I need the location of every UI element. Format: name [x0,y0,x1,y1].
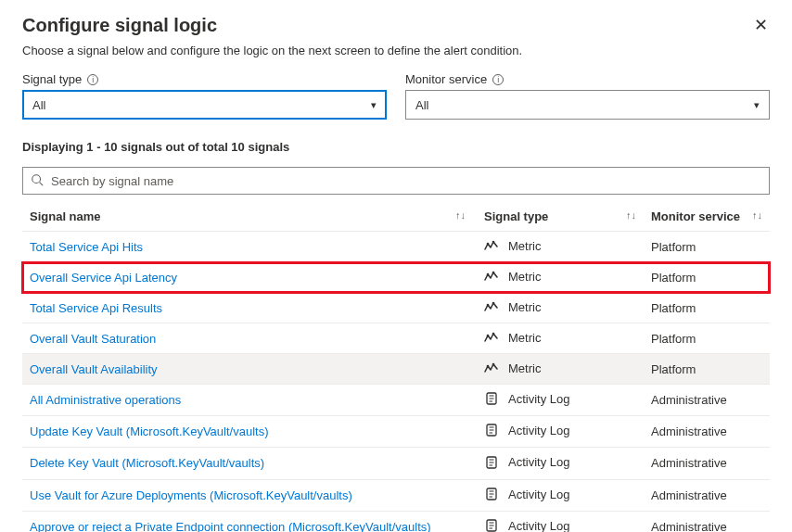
metric-icon [484,362,499,376]
activity-log-icon [484,456,499,472]
signal-link[interactable]: Overall Vault Saturation [30,332,156,346]
page-subtitle: Choose a signal below and configure the … [22,44,770,57]
monitor-service-value: Platform [644,323,770,354]
page-title: Configure signal logic [22,15,217,36]
monitor-service-value: Administrative [644,511,770,532]
svg-point-4 [487,273,490,276]
signal-type-value: Activity Log [508,519,569,532]
col-header-name[interactable]: Signal name ↑↓ [22,200,477,232]
metric-icon [484,240,499,254]
chevron-down-icon: ▾ [754,99,760,111]
table-row[interactable]: Approve or reject a Private Endpoint con… [22,511,770,532]
signal-type-value: Activity Log [508,455,569,469]
info-icon[interactable]: i [492,74,504,85]
monitor-service-value: Platform [644,262,770,293]
search-icon [31,173,44,189]
svg-point-10 [487,365,490,368]
svg-point-7 [492,302,495,305]
search-input[interactable] [49,173,761,189]
svg-point-0 [32,174,41,183]
monitor-service-value: Administrative [644,416,770,448]
signal-link[interactable]: Delete Key Vault (Microsoft.KeyVault/vau… [30,456,264,470]
signal-type-dropdown[interactable]: All ▾ [22,90,387,120]
monitor-service-value: Platform [644,293,770,323]
signal-link[interactable]: Total Service Api Hits [30,240,143,254]
svg-point-9 [492,333,495,336]
activity-log-icon [484,424,499,439]
signal-link[interactable]: Total Service Api Results [30,301,162,315]
metric-icon [484,301,499,315]
svg-point-5 [492,272,495,274]
activity-log-icon [484,519,499,532]
monitor-service-value: Platform [644,232,770,262]
signal-link[interactable]: Approve or reject a Private Endpoint con… [30,520,431,532]
sort-icon: ↑↓ [626,209,636,221]
svg-point-6 [487,304,490,307]
info-icon[interactable]: i [87,74,98,85]
signal-type-value: Metric [508,270,541,284]
table-row[interactable]: Use Vault for Azure Deployments (Microso… [22,479,770,511]
signal-type-value: Metric [508,239,541,253]
monitor-service-value: Platform [644,354,770,385]
table-row[interactable]: Total Service Api HitsMetricPlatform [22,232,770,262]
monitor-service-value: All [415,98,428,112]
signal-type-label: Signal type [22,72,82,86]
signal-link[interactable]: Overall Vault Availability [30,362,158,376]
signal-type-value: All [32,98,45,112]
chevron-down-icon: ▾ [371,99,377,111]
monitor-service-dropdown[interactable]: All ▾ [405,90,770,120]
signal-link[interactable]: Use Vault for Azure Deployments (Microso… [30,488,352,502]
signal-type-value: Metric [508,361,541,375]
table-row[interactable]: Total Service Api ResultsMetricPlatform [22,293,770,323]
svg-point-8 [487,335,490,337]
signal-type-value: Activity Log [508,392,569,406]
svg-point-3 [492,241,495,244]
table-row[interactable]: Update Key Vault (Microsoft.KeyVault/vau… [22,416,770,448]
search-box[interactable] [22,167,770,195]
activity-log-icon [484,488,499,503]
signal-link[interactable]: Overall Service Api Latency [30,271,177,285]
table-row[interactable]: All Administrative operationsActivity Lo… [22,385,770,416]
table-row[interactable]: Delete Key Vault (Microsoft.KeyVault/vau… [22,448,770,479]
svg-point-11 [492,363,495,366]
col-header-type[interactable]: Signal type ↑↓ [477,200,644,232]
activity-log-icon [484,392,499,408]
sort-icon: ↑↓ [752,209,762,221]
signal-type-value: Activity Log [508,488,569,501]
monitor-service-value: Administrative [644,448,770,479]
signal-link[interactable]: All Administrative operations [30,393,181,407]
signal-type-value: Activity Log [508,424,569,437]
signal-type-value: Metric [508,300,541,314]
table-row[interactable]: Overall Vault AvailabilityMetricPlatform [22,354,770,385]
metric-icon [484,271,499,285]
signals-table: Signal name ↑↓ Signal type ↑↓ Monitor se… [22,200,770,532]
table-row[interactable]: Overall Service Api LatencyMetricPlatfor… [22,262,770,293]
monitor-service-value: Administrative [644,385,770,416]
sort-icon: ↑↓ [455,209,466,221]
monitor-service-value: Administrative [644,479,770,511]
monitor-service-label: Monitor service [405,72,487,86]
svg-point-2 [487,243,490,246]
col-header-service[interactable]: Monitor service ↑↓ [644,200,770,232]
table-row[interactable]: Overall Vault SaturationMetricPlatform [22,323,770,354]
signal-type-value: Metric [508,331,541,345]
svg-line-1 [40,182,44,185]
results-counter: Displaying 1 - 10 signals out of total 1… [22,140,770,154]
metric-icon [484,332,499,346]
close-icon[interactable]: ✕ [752,15,770,35]
signal-link[interactable]: Update Key Vault (Microsoft.KeyVault/vau… [30,424,268,438]
